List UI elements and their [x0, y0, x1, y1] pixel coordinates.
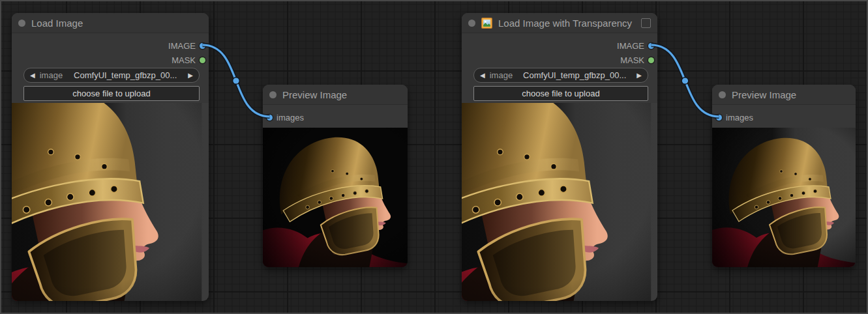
- node-title-bar[interactable]: Load Image: [12, 13, 209, 33]
- link-midpoint-ring: [232, 77, 240, 85]
- output-label-image: IMAGE: [168, 41, 196, 51]
- output-label-mask: MASK: [172, 55, 196, 65]
- node-title: Preview Image: [732, 89, 796, 100]
- choose-file-button[interactable]: choose file to upload: [23, 86, 200, 101]
- node-title-bar[interactable]: Load Image with Transparency: [462, 13, 657, 33]
- link-shadow: [203, 45, 270, 117]
- combo-label: image: [40, 70, 63, 80]
- output-slot-mask: MASK: [620, 53, 654, 67]
- combo-value: ComfyUI_temp_gfbzp_00...: [67, 70, 183, 80]
- node-title-bar[interactable]: Preview Image: [263, 85, 408, 105]
- collapse-dot-icon[interactable]: [468, 20, 475, 27]
- output-dot-image[interactable]: [200, 43, 205, 49]
- node-title-bar[interactable]: Preview Image: [712, 85, 856, 105]
- image-combo-widget[interactable]: ◀ image ComfyUI_temp_gfbzp_00... ▶: [23, 68, 200, 83]
- output-slot-mask: MASK: [172, 53, 205, 67]
- image-preview: [263, 128, 408, 267]
- link-midpoint-dot[interactable]: [682, 78, 688, 83]
- collapse-dot-icon[interactable]: [269, 91, 277, 98]
- output-dot-mask[interactable]: [648, 57, 654, 63]
- node-graph-canvas[interactable]: Load Image IMAGE MASK ◀ image ComfyUI_te…: [0, 0, 868, 314]
- node-preview-image[interactable]: Preview Image images: [712, 85, 856, 267]
- input-slot-images: images: [716, 110, 753, 124]
- choose-file-button[interactable]: choose file to upload: [473, 86, 648, 101]
- prev-arrow-icon[interactable]: ◀: [480, 72, 485, 79]
- input-dot-images[interactable]: [716, 115, 722, 121]
- node-title: Load Image: [31, 18, 83, 29]
- next-arrow-icon[interactable]: ▶: [636, 72, 642, 79]
- output-label-mask: MASK: [620, 55, 644, 65]
- next-arrow-icon[interactable]: ▶: [188, 72, 193, 79]
- title-checkbox[interactable]: [641, 18, 651, 28]
- node-load-image-transparency[interactable]: Load Image with Transparency IMAGE MASK …: [462, 13, 657, 301]
- node-preview-image[interactable]: Preview Image images: [263, 85, 408, 267]
- framed-picture-icon: [481, 18, 492, 29]
- input-dot-images[interactable]: [267, 115, 273, 121]
- prev-arrow-icon[interactable]: ◀: [30, 72, 35, 79]
- link-shadow: [651, 45, 719, 117]
- image-preview: [712, 128, 856, 267]
- image-preview: [462, 103, 657, 301]
- node-load-image[interactable]: Load Image IMAGE MASK ◀ image ComfyUI_te…: [12, 13, 209, 301]
- image-preview: [12, 103, 209, 301]
- combo-label: image: [490, 70, 513, 80]
- link-midpoint-ring: [681, 77, 689, 85]
- node-title: Load Image with Transparency: [498, 18, 632, 29]
- input-label-images: images: [277, 113, 304, 122]
- collapse-dot-icon[interactable]: [719, 91, 726, 98]
- link-load-transparency-to-preview[interactable]: [651, 45, 719, 117]
- output-slot-image: IMAGE: [617, 38, 654, 53]
- output-slot-image: IMAGE: [168, 38, 205, 53]
- link-midpoint-dot[interactable]: [233, 78, 239, 83]
- link-load-to-preview[interactable]: [203, 45, 270, 117]
- output-dot-image[interactable]: [648, 43, 654, 49]
- input-label-images: images: [726, 113, 753, 122]
- input-slot-images: images: [267, 110, 304, 124]
- output-label-image: IMAGE: [617, 41, 644, 51]
- image-combo-widget[interactable]: ◀ image ComfyUI_temp_gfbzp_00... ▶: [473, 68, 648, 83]
- node-title: Preview Image: [282, 89, 347, 100]
- output-dot-mask[interactable]: [200, 57, 205, 63]
- combo-value: ComfyUI_temp_gfbzp_00...: [517, 70, 632, 80]
- collapse-dot-icon[interactable]: [18, 20, 25, 27]
